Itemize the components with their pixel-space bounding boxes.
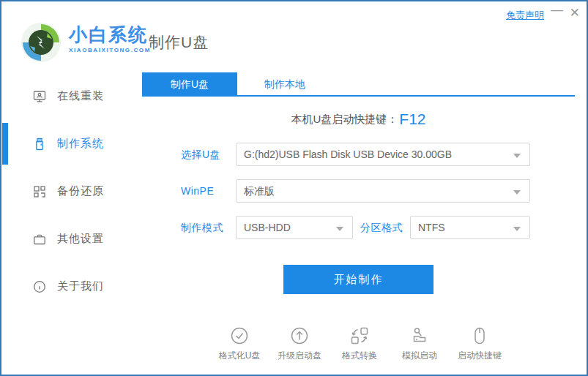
usb-select-value: G:(hd2)USB Flash Disk USB Device 30.00GB — [244, 148, 452, 160]
start-make-button[interactable]: 开始制作 — [283, 265, 433, 294]
partition-value: NTFS — [418, 222, 445, 233]
close-button[interactable]: ✕ — [570, 6, 580, 20]
usb-select-row: 选择U盘 G:(hd2)USB Flash Disk USB Device 30… — [142, 143, 575, 166]
bottom-toolbar: 格式化U盘 升级启动盘 — [212, 326, 507, 362]
page-title: 制作U盘 — [149, 32, 209, 53]
chevron-down-icon — [513, 190, 521, 195]
sidebar-item-label: 其他设置 — [57, 232, 104, 246]
tool-simulate-boot[interactable]: 模拟启动 — [392, 326, 447, 362]
mode-value: USB-HDD — [244, 222, 291, 233]
check-circle-icon — [229, 326, 250, 346]
tool-label: 启动快捷键 — [458, 350, 502, 362]
backup-grid-icon — [32, 184, 47, 199]
boot-hotkey-label: 本机U盘启动快捷键： — [291, 113, 398, 125]
tab-bar: 制作U盘 制作本地 — [142, 72, 575, 97]
active-indicator — [2, 123, 8, 165]
arrow-up-circle-icon — [289, 326, 310, 346]
sidebar-item-other-settings[interactable]: 其他设置 — [1, 215, 142, 263]
logo-swirl-icon — [20, 21, 62, 64]
main-panel: 制作U盘 制作本地 本机U盘启动快捷键：F12 选择U盘 G:(hd2)USB … — [142, 72, 575, 375]
partition-label: 分区格式 — [360, 216, 403, 239]
info-icon — [32, 279, 47, 294]
mode-dropdown[interactable]: USB-HDD — [236, 216, 353, 239]
chevron-down-icon — [336, 227, 343, 231]
sidebar-item-label: 在线重装 — [57, 89, 104, 103]
sidebar-item-online-reinstall[interactable]: 在线重装 — [1, 72, 142, 120]
convert-icon — [349, 326, 370, 346]
brand-block: 小白系统 XIAOBAIXITONG.COM — [69, 24, 151, 53]
sidebar: 在线重装 制作系统 — [1, 72, 142, 375]
sidebar-item-make-system[interactable]: 制作系统 — [1, 120, 142, 168]
tool-format-usb[interactable]: 格式化U盘 — [212, 326, 267, 362]
joystick-icon — [409, 326, 430, 346]
briefcase-icon — [32, 232, 47, 247]
tab-make-local[interactable]: 制作本地 — [237, 72, 332, 97]
sidebar-item-label: 制作系统 — [57, 137, 104, 151]
boot-hotkey-line: 本机U盘启动快捷键：F12 — [142, 110, 575, 128]
usb-select-dropdown[interactable]: G:(hd2)USB Flash Disk USB Device 30.00GB — [236, 143, 530, 166]
tool-label: 格式化U盘 — [219, 350, 261, 362]
disclaimer-link[interactable]: 免责声明 — [506, 9, 544, 22]
app-logo — [20, 21, 62, 64]
mode-label: 制作模式 — [181, 216, 223, 239]
partition-dropdown[interactable]: NTFS — [410, 216, 530, 239]
monitor-user-icon — [32, 89, 47, 104]
sidebar-item-label: 备份还原 — [57, 184, 104, 198]
tool-label: 模拟启动 — [402, 350, 437, 362]
brand-name: 小白系统 — [69, 24, 151, 45]
winpe-dropdown[interactable]: 标准版 — [236, 179, 530, 203]
usb-drive-icon — [32, 137, 47, 151]
brand-domain: XIAOBAIXITONG.COM — [69, 47, 151, 53]
chevron-down-icon — [513, 154, 521, 158]
sidebar-item-backup-restore[interactable]: 备份还原 — [1, 168, 142, 215]
tool-upgrade-boot-disk[interactable]: 升级启动盘 — [272, 326, 327, 362]
winpe-label: WinPE — [181, 179, 214, 203]
app-window: 小白系统 XIAOBAIXITONG.COM 制作U盘 免责声明 — ✕ 在线重… — [0, 0, 588, 376]
minimize-button[interactable]: — — [551, 3, 563, 18]
winpe-value: 标准版 — [244, 185, 275, 197]
chevron-down-icon — [513, 227, 521, 231]
tool-format-convert[interactable]: 格式转换 — [332, 326, 387, 362]
tool-label: 格式转换 — [342, 350, 377, 362]
tool-label: 升级启动盘 — [278, 350, 321, 362]
mode-partition-row: 制作模式 USB-HDD 分区格式 NTFS — [142, 216, 575, 239]
sidebar-item-label: 关于我们 — [57, 279, 104, 293]
sidebar-item-about-us[interactable]: 关于我们 — [1, 263, 142, 310]
tool-boot-hotkey[interactable]: 启动快捷键 — [452, 326, 507, 362]
tab-make-usb[interactable]: 制作U盘 — [142, 72, 237, 97]
boot-hotkey-value: F12 — [399, 110, 425, 127]
usb-select-label: 选择U盘 — [181, 143, 220, 166]
mouse-icon — [469, 326, 490, 346]
winpe-row: WinPE 标准版 — [142, 179, 575, 203]
